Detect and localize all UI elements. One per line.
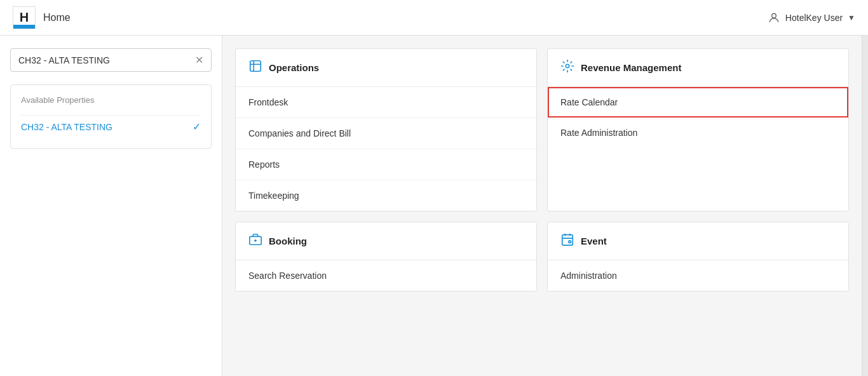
operations-card-title: Operations [269, 62, 319, 73]
svg-point-9 [569, 241, 571, 243]
operations-icon [248, 59, 262, 76]
revenue-management-card: Revenue Management Rate Calendar Rate Ad… [547, 48, 849, 211]
user-icon [768, 11, 780, 24]
svg-rect-5 [562, 235, 573, 246]
revenue-icon [560, 59, 574, 76]
sidebar: ✕ Available Properties CH32 - ALTA TESTI… [0, 36, 222, 376]
property-search-box[interactable]: ✕ [10, 48, 212, 72]
property-name: CH32 - ALTA TESTING [21, 122, 112, 132]
main-layout: ✕ Available Properties CH32 - ALTA TESTI… [0, 36, 868, 376]
cards-grid: Operations Frontdesk Companies and Direc… [235, 48, 849, 292]
operations-card: Operations Frontdesk Companies and Direc… [235, 48, 537, 211]
operations-card-header: Operations [236, 49, 536, 87]
event-icon [560, 232, 574, 250]
revenue-management-card-title: Revenue Management [581, 62, 681, 73]
frontdesk-item[interactable]: Frontdesk [236, 87, 536, 118]
event-card: Event Administration [547, 222, 849, 292]
revenue-management-card-header: Revenue Management [548, 49, 848, 87]
logo-tag [13, 25, 35, 29]
logo-letter: H [20, 10, 29, 25]
booking-card-title: Booking [269, 236, 307, 246]
header: H Home HotelKey User ▼ [0, 0, 868, 36]
property-item[interactable]: CH32 - ALTA TESTING ✓ [21, 115, 201, 138]
search-reservation-item[interactable]: Search Reservation [236, 260, 536, 291]
user-menu[interactable]: HotelKey User ▼ [768, 11, 855, 24]
scrollbar-track[interactable] [862, 36, 868, 376]
reports-item[interactable]: Reports [236, 149, 536, 180]
content-area: Operations Frontdesk Companies and Direc… [222, 36, 862, 376]
booking-icon [248, 232, 262, 250]
event-administration-item[interactable]: Administration [548, 260, 848, 291]
chevron-down-icon: ▼ [848, 13, 855, 22]
logo: H [13, 6, 36, 29]
booking-card-header: Booking [236, 222, 536, 260]
event-card-title: Event [581, 236, 607, 246]
rate-administration-item[interactable]: Rate Administration [548, 117, 848, 148]
companies-direct-bill-item[interactable]: Companies and Direct Bill [236, 118, 536, 149]
booking-card: Booking Search Reservation [235, 222, 537, 292]
event-card-header: Event [548, 222, 848, 260]
property-search-input[interactable] [18, 55, 195, 65]
svg-point-0 [772, 13, 776, 18]
username-label: HotelKey User [785, 13, 843, 23]
page-title: Home [43, 12, 71, 24]
available-properties-card: Available Properties CH32 - ALTA TESTING… [10, 84, 212, 149]
check-icon: ✓ [193, 121, 201, 133]
svg-point-1 [566, 64, 569, 68]
timekeeping-item[interactable]: Timekeeping [236, 180, 536, 211]
rate-calendar-item[interactable]: Rate Calendar [548, 87, 848, 117]
clear-search-button[interactable]: ✕ [195, 54, 203, 66]
available-properties-label: Available Properties [21, 95, 201, 105]
header-left: H Home [13, 6, 71, 29]
